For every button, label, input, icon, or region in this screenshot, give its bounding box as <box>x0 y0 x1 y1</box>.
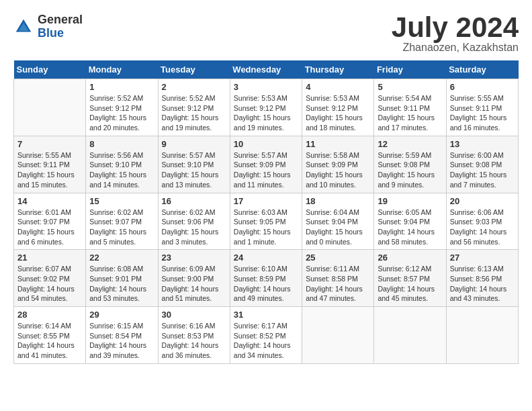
header-cell-monday: Monday <box>86 60 158 79</box>
day-info: Sunrise: 5:53 AMSunset: 9:12 PMDaylight:… <box>234 93 298 133</box>
day-number: 10 <box>234 139 298 149</box>
calendar-cell: 10 Sunrise: 5:57 AMSunset: 9:09 PMDaylig… <box>230 136 302 193</box>
calendar-cell: 14 Sunrise: 6:01 AMSunset: 9:07 PMDaylig… <box>14 193 86 250</box>
calendar-cell: 1 Sunrise: 5:52 AMSunset: 9:12 PMDayligh… <box>86 79 158 136</box>
calendar-week-1: 1 Sunrise: 5:52 AMSunset: 9:12 PMDayligh… <box>14 79 519 136</box>
calendar-cell: 4 Sunrise: 5:53 AMSunset: 9:12 PMDayligh… <box>302 79 374 136</box>
day-number: 8 <box>89 139 154 149</box>
calendar-cell: 30 Sunrise: 6:16 AMSunset: 8:53 PMDaylig… <box>158 307 230 364</box>
day-number: 5 <box>378 82 442 92</box>
day-number: 26 <box>378 253 442 263</box>
logo-icon <box>13 17 34 37</box>
calendar-cell: 19 Sunrise: 6:05 AMSunset: 9:04 PMDaylig… <box>374 193 446 250</box>
day-number: 25 <box>306 253 370 263</box>
day-info: Sunrise: 6:17 AMSunset: 8:52 PMDaylight:… <box>234 321 298 361</box>
day-info: Sunrise: 5:57 AMSunset: 9:09 PMDaylight:… <box>234 150 298 190</box>
calendar-cell: 5 Sunrise: 5:54 AMSunset: 9:11 PMDayligh… <box>374 79 446 136</box>
day-number: 30 <box>162 310 226 320</box>
logo-blue: Blue <box>38 27 83 40</box>
calendar-week-4: 21 Sunrise: 6:07 AMSunset: 9:02 PMDaylig… <box>14 250 519 307</box>
day-number: 6 <box>450 82 515 92</box>
calendar-cell: 2 Sunrise: 5:52 AMSunset: 9:12 PMDayligh… <box>158 79 230 136</box>
day-info: Sunrise: 6:09 AMSunset: 9:00 PMDaylight:… <box>162 264 226 304</box>
calendar-cell: 9 Sunrise: 5:57 AMSunset: 9:10 PMDayligh… <box>158 136 230 193</box>
day-number: 29 <box>89 310 154 320</box>
day-number: 4 <box>306 82 370 92</box>
calendar-cell: 24 Sunrise: 6:10 AMSunset: 8:59 PMDaylig… <box>230 250 302 307</box>
calendar-cell: 6 Sunrise: 5:55 AMSunset: 9:11 PMDayligh… <box>446 79 518 136</box>
calendar-cell: 29 Sunrise: 6:15 AMSunset: 8:54 PMDaylig… <box>86 307 158 364</box>
calendar-cell: 15 Sunrise: 6:02 AMSunset: 9:07 PMDaylig… <box>86 193 158 250</box>
day-info: Sunrise: 6:10 AMSunset: 8:59 PMDaylight:… <box>234 264 298 304</box>
day-number: 9 <box>162 139 226 149</box>
day-info: Sunrise: 5:57 AMSunset: 9:10 PMDaylight:… <box>162 150 226 190</box>
calendar-cell <box>374 307 446 364</box>
calendar-cell: 18 Sunrise: 6:04 AMSunset: 9:04 PMDaylig… <box>302 193 374 250</box>
calendar-cell: 12 Sunrise: 5:59 AMSunset: 9:08 PMDaylig… <box>374 136 446 193</box>
header-cell-wednesday: Wednesday <box>230 60 302 79</box>
day-info: Sunrise: 5:59 AMSunset: 9:08 PMDaylight:… <box>378 150 442 190</box>
day-info: Sunrise: 6:11 AMSunset: 8:58 PMDaylight:… <box>306 264 370 304</box>
calendar-cell: 20 Sunrise: 6:06 AMSunset: 9:03 PMDaylig… <box>446 193 518 250</box>
day-info: Sunrise: 6:12 AMSunset: 8:57 PMDaylight:… <box>378 264 442 304</box>
day-number: 21 <box>17 253 82 263</box>
calendar-cell: 16 Sunrise: 6:02 AMSunset: 9:06 PMDaylig… <box>158 193 230 250</box>
day-number: 13 <box>450 139 515 149</box>
day-number: 7 <box>17 139 82 149</box>
logo-general: General <box>38 13 83 27</box>
day-info: Sunrise: 6:16 AMSunset: 8:53 PMDaylight:… <box>162 321 226 361</box>
calendar-cell: 26 Sunrise: 6:12 AMSunset: 8:57 PMDaylig… <box>374 250 446 307</box>
day-info: Sunrise: 6:02 AMSunset: 9:07 PMDaylight:… <box>89 208 154 247</box>
day-number: 2 <box>162 82 226 92</box>
title-section: July 2024 Zhanaozen, Kazakhstan <box>392 13 519 54</box>
day-info: Sunrise: 5:55 AMSunset: 9:11 PMDaylight:… <box>450 93 515 133</box>
day-info: Sunrise: 6:08 AMSunset: 9:01 PMDaylight:… <box>89 264 154 304</box>
day-info: Sunrise: 5:52 AMSunset: 9:12 PMDaylight:… <box>89 93 154 133</box>
calendar-cell: 27 Sunrise: 6:13 AMSunset: 8:56 PMDaylig… <box>446 250 518 307</box>
calendar-cell: 22 Sunrise: 6:08 AMSunset: 9:01 PMDaylig… <box>86 250 158 307</box>
day-number: 24 <box>234 253 298 263</box>
logo-text: General Blue <box>38 13 83 40</box>
calendar-cell: 13 Sunrise: 6:00 AMSunset: 9:08 PMDaylig… <box>446 136 518 193</box>
calendar-cell <box>14 79 86 136</box>
day-number: 3 <box>234 82 298 92</box>
day-number: 16 <box>162 196 226 206</box>
day-info: Sunrise: 6:04 AMSunset: 9:04 PMDaylight:… <box>306 208 370 247</box>
calendar-header: SundayMondayTuesdayWednesdayThursdayFrid… <box>14 60 519 79</box>
day-info: Sunrise: 6:00 AMSunset: 9:08 PMDaylight:… <box>450 150 515 190</box>
day-number: 20 <box>450 196 515 206</box>
calendar-cell: 23 Sunrise: 6:09 AMSunset: 9:00 PMDaylig… <box>158 250 230 307</box>
location-subtitle: Zhanaozen, Kazakhstan <box>392 42 519 54</box>
calendar-cell: 21 Sunrise: 6:07 AMSunset: 9:02 PMDaylig… <box>14 250 86 307</box>
day-number: 19 <box>378 196 442 206</box>
day-number: 11 <box>306 139 370 149</box>
calendar-table: SundayMondayTuesdayWednesdayThursdayFrid… <box>13 60 519 364</box>
page-header: General Blue July 2024 Zhanaozen, Kazakh… <box>13 13 519 54</box>
day-info: Sunrise: 6:15 AMSunset: 8:54 PMDaylight:… <box>89 321 154 361</box>
day-number: 17 <box>234 196 298 206</box>
calendar-cell: 8 Sunrise: 5:56 AMSunset: 9:10 PMDayligh… <box>86 136 158 193</box>
calendar-cell: 28 Sunrise: 6:14 AMSunset: 8:55 PMDaylig… <box>14 307 86 364</box>
calendar-cell <box>302 307 374 364</box>
calendar-cell: 25 Sunrise: 6:11 AMSunset: 8:58 PMDaylig… <box>302 250 374 307</box>
calendar-week-2: 7 Sunrise: 5:55 AMSunset: 9:11 PMDayligh… <box>14 136 519 193</box>
day-info: Sunrise: 5:52 AMSunset: 9:12 PMDaylight:… <box>162 93 226 133</box>
calendar-cell: 3 Sunrise: 5:53 AMSunset: 9:12 PMDayligh… <box>230 79 302 136</box>
calendar-cell: 17 Sunrise: 6:03 AMSunset: 9:05 PMDaylig… <box>230 193 302 250</box>
header-cell-friday: Friday <box>374 60 446 79</box>
header-cell-saturday: Saturday <box>446 60 518 79</box>
day-info: Sunrise: 5:58 AMSunset: 9:09 PMDaylight:… <box>306 150 370 190</box>
day-info: Sunrise: 6:06 AMSunset: 9:03 PMDaylight:… <box>450 208 515 247</box>
day-info: Sunrise: 5:55 AMSunset: 9:11 PMDaylight:… <box>17 150 82 190</box>
calendar-body: 1 Sunrise: 5:52 AMSunset: 9:12 PMDayligh… <box>14 79 519 364</box>
calendar-cell: 31 Sunrise: 6:17 AMSunset: 8:52 PMDaylig… <box>230 307 302 364</box>
day-number: 15 <box>89 196 154 206</box>
day-number: 23 <box>162 253 226 263</box>
day-info: Sunrise: 5:56 AMSunset: 9:10 PMDaylight:… <box>89 150 154 190</box>
day-info: Sunrise: 5:53 AMSunset: 9:12 PMDaylight:… <box>306 93 370 133</box>
day-number: 31 <box>234 310 298 320</box>
header-cell-tuesday: Tuesday <box>158 60 230 79</box>
logo: General Blue <box>13 13 83 40</box>
calendar-week-5: 28 Sunrise: 6:14 AMSunset: 8:55 PMDaylig… <box>14 307 519 364</box>
day-info: Sunrise: 6:03 AMSunset: 9:05 PMDaylight:… <box>234 208 298 247</box>
